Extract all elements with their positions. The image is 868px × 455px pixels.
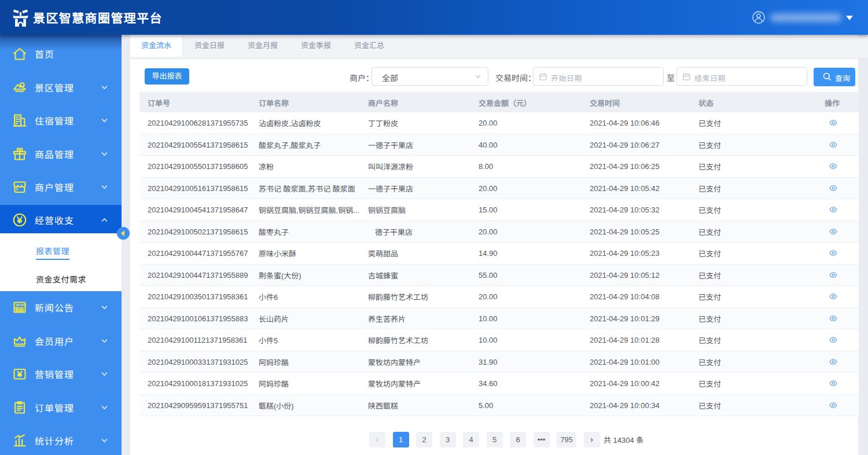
svg-text:NEWS: NEWS [16, 303, 26, 307]
